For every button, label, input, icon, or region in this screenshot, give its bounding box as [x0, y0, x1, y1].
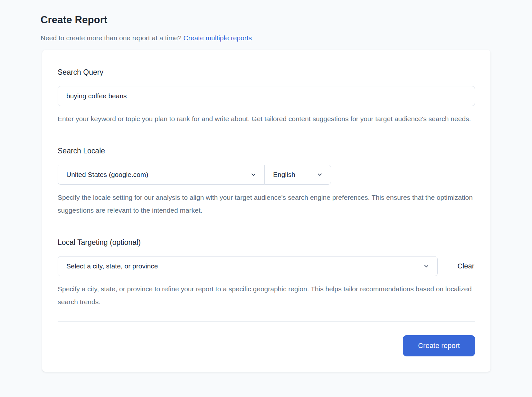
search-locale-group: United States (google.com) English — [58, 165, 475, 185]
page-header: Create Report Need to create more than o… — [41, 14, 532, 43]
country-select[interactable]: United States (google.com) — [58, 165, 265, 185]
country-select-value: United States (google.com) — [66, 171, 148, 179]
footer-divider — [58, 321, 475, 322]
search-query-label: Search Query — [58, 67, 475, 77]
footer-row: Create report — [58, 335, 475, 356]
create-report-card: Search Query Enter your keyword or topic… — [42, 50, 490, 372]
local-targeting-help: Specify a city, state, or province to re… — [58, 283, 475, 308]
chevron-down-icon — [317, 171, 323, 178]
local-targeting-label: Local Targeting (optional) — [58, 237, 475, 247]
create-report-button[interactable]: Create report — [403, 335, 475, 356]
search-locale-help: Specify the locale setting for our analy… — [58, 191, 475, 217]
chevron-down-icon — [250, 171, 257, 178]
local-targeting-select-value: Select a city, state, or province — [66, 262, 158, 270]
subtitle-text: Need to create more than one report at a… — [41, 34, 182, 42]
search-locale-label: Search Locale — [58, 146, 475, 156]
search-query-help: Enter your keyword or topic you plan to … — [58, 112, 475, 125]
clear-button[interactable]: Clear — [457, 261, 475, 272]
language-select-value: English — [273, 171, 295, 179]
search-query-input[interactable] — [58, 86, 475, 106]
page-subtitle: Need to create more than one report at a… — [41, 34, 532, 43]
local-targeting-row: Select a city, state, or province Clear — [58, 256, 475, 276]
create-multiple-reports-link[interactable]: Create multiple reports — [184, 34, 252, 42]
chevron-down-icon — [423, 263, 430, 269]
page-title: Create Report — [41, 14, 532, 26]
language-select[interactable]: English — [264, 165, 331, 185]
local-targeting-select[interactable]: Select a city, state, or province — [58, 256, 438, 276]
